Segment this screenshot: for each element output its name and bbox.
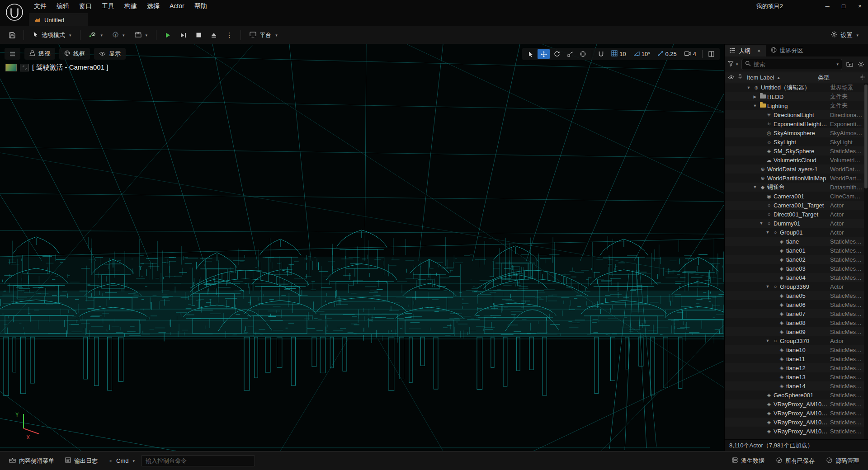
outliner-row[interactable]: ◈SM_SkySphereStaticMeshActor <box>725 146 868 155</box>
outliner-row[interactable]: ◉Camera001CineCameraActor <box>725 192 868 201</box>
grid-snap-button[interactable]: 10 <box>608 50 629 58</box>
pilot-expand-button[interactable] <box>20 64 29 71</box>
scale-snap-button[interactable]: 0.25 <box>654 51 679 58</box>
surface-snap-button[interactable] <box>595 49 607 59</box>
outliner-row[interactable]: ▼○Group3369Actor <box>725 282 868 291</box>
world-space-toggle[interactable] <box>577 49 589 59</box>
menu-item[interactable]: Actor <box>165 0 189 12</box>
outliner-row[interactable]: ⊕WorldPartitionMiniMapWorldPartitionMini… <box>725 174 868 183</box>
play-button[interactable] <box>161 29 175 42</box>
add-actor-button[interactable]: ▾ <box>85 28 107 42</box>
chevron-down-icon[interactable]: ▾ <box>837 62 839 66</box>
outliner-row[interactable]: ◈tiane03StaticMeshActor <box>725 264 868 273</box>
outliner-row[interactable]: ◈tiane12StaticMeshActor <box>725 363 868 372</box>
outliner-row[interactable]: ◈VRayProxy_AM106...StaticMeshActor <box>725 418 868 427</box>
move-tool-button[interactable] <box>538 49 550 59</box>
expand-arrow-icon[interactable]: ▼ <box>745 85 752 90</box>
column-settings-icon[interactable] <box>860 74 865 81</box>
derived-data-button[interactable]: 派生数据 <box>727 454 769 468</box>
expand-arrow-icon[interactable]: ▼ <box>758 221 764 226</box>
pin-column-icon[interactable] <box>738 74 742 81</box>
platforms-dropdown[interactable]: 平台 ▾ <box>245 28 282 42</box>
eject-button[interactable] <box>207 29 221 42</box>
asset-tab-untitled[interactable]: Untitled <box>29 14 88 26</box>
outliner-row[interactable]: ▼○Dummy01Actor <box>725 219 868 228</box>
outliner-row[interactable]: ◈tiane06StaticMeshActor <box>725 300 868 309</box>
outliner-row[interactable]: ▶HLOD文件夹 <box>725 92 868 101</box>
tab-outliner[interactable]: 大纲 × <box>725 45 766 56</box>
output-log-button[interactable]: 输出日志 <box>61 454 102 468</box>
outliner-row[interactable]: ◈tiane09StaticMeshActor <box>725 327 868 336</box>
show-flags-button[interactable]: 显示 <box>94 48 126 60</box>
viewport-canvas[interactable]: YX 透视 线框 <box>0 44 724 451</box>
menu-item[interactable]: 帮助 <box>189 0 212 12</box>
menu-item[interactable]: 工具 <box>97 0 119 12</box>
outliner-scrollbar[interactable] <box>864 83 868 439</box>
outliner-row[interactable]: ▼◆铜雀台DatasmithSceneActor <box>725 183 868 192</box>
outliner-row[interactable]: ☼SkyLightSkyLight <box>725 137 868 146</box>
camera-speed-button[interactable]: 4 <box>681 51 699 57</box>
menu-item[interactable]: 编辑 <box>52 0 74 12</box>
expand-arrow-icon[interactable]: ▼ <box>764 284 771 289</box>
minimize-button[interactable]: ─ <box>819 0 835 12</box>
pilot-camera-preview[interactable] <box>5 64 17 71</box>
tab-world-partition[interactable]: 世界分区 <box>766 45 808 56</box>
perspective-button[interactable]: 透视 <box>24 48 55 60</box>
outliner-row[interactable]: ▼Lighting文件夹 <box>725 101 868 110</box>
outliner-row[interactable]: ⊕WorldDataLayers-1WorldDataLayers <box>725 164 868 174</box>
stop-button[interactable] <box>192 29 205 42</box>
maximize-button[interactable]: □ <box>835 0 852 12</box>
settings-dropdown[interactable]: 设置 ▾ <box>827 28 863 42</box>
selection-mode-dropdown[interactable]: 选项模式 ▾ <box>28 28 75 42</box>
play-options-kebab[interactable]: ⋮ <box>222 29 236 42</box>
select-tool-button[interactable] <box>524 49 537 59</box>
scrollbar-thumb[interactable] <box>864 85 868 188</box>
outliner-row[interactable]: ○Camera001_TargetActor <box>725 201 868 210</box>
outliner-row[interactable]: ◈VRayProxy_AM106...StaticMeshActor <box>725 427 868 436</box>
cmd-dropdown[interactable]: ＞ Cmd ▾ <box>104 454 139 467</box>
rotation-snap-button[interactable]: 10° <box>630 51 654 57</box>
outliner-row[interactable]: ◈tiane10StaticMeshActor <box>725 345 868 354</box>
expand-arrow-icon[interactable]: ▼ <box>764 230 771 235</box>
rotate-tool-button[interactable] <box>551 49 563 59</box>
frame-skip-button[interactable] <box>176 29 190 42</box>
expand-arrow-icon[interactable]: ▼ <box>752 103 758 108</box>
outliner-row[interactable]: ▼○Group01Actor <box>725 228 868 237</box>
filter-button[interactable]: ▾ <box>728 61 738 68</box>
menu-item[interactable]: 文件 <box>29 0 52 12</box>
menu-item[interactable]: 窗口 <box>74 0 97 12</box>
console-command-input[interactable] <box>141 455 255 466</box>
outliner-row[interactable]: ○Direct001_TargetActor <box>725 210 868 219</box>
outliner-row[interactable]: ◈tiane13StaticMeshActor <box>725 372 868 381</box>
viewport-menu-button[interactable] <box>5 48 20 60</box>
outliner-row[interactable]: ◈tiane14StaticMeshActor <box>725 381 868 390</box>
outliner-row[interactable]: ▼○Group3370Actor <box>725 336 868 345</box>
source-control-button[interactable]: 源码管理 <box>822 454 863 468</box>
outliner-row[interactable]: ≋ExponentialHeightFogExponentialHeightFo… <box>725 119 868 128</box>
expand-arrow-icon[interactable]: ▼ <box>764 338 771 343</box>
outliner-row[interactable]: ◈tiane11StaticMeshActor <box>725 354 868 363</box>
blueprints-button[interactable]: f ▾ <box>108 29 129 42</box>
outliner-row[interactable]: ◈GeoSphere001StaticMeshActor <box>725 390 868 400</box>
menu-item[interactable]: 构建 <box>119 0 142 12</box>
maximize-viewport-button[interactable] <box>705 49 717 59</box>
all-saved-button[interactable]: 所有已保存 <box>772 454 819 468</box>
cinematics-button[interactable]: ▾ <box>131 29 152 42</box>
outliner-row[interactable]: ◈VRayProxy_AM106...StaticMeshActor <box>725 400 868 409</box>
content-drawer-button[interactable]: 内容侧滑菜单 <box>5 454 59 468</box>
close-icon[interactable]: × <box>757 47 761 54</box>
outliner-row[interactable]: ◈tiane02StaticMeshActor <box>725 255 868 264</box>
close-button[interactable]: × <box>852 0 868 12</box>
outliner-row[interactable]: ☀DirectionalLightDirectionalLight <box>725 110 868 119</box>
outliner-row[interactable]: ◈tiane04StaticMeshActor <box>725 273 868 282</box>
outliner-row[interactable]: ◈tiane05StaticMeshActor <box>725 291 868 300</box>
outliner-row[interactable]: ◈tiane07StaticMeshActor <box>725 309 868 318</box>
save-button[interactable] <box>5 29 19 42</box>
expand-arrow-icon[interactable]: ▼ <box>752 185 758 189</box>
menu-item[interactable]: 选择 <box>142 0 165 12</box>
outliner-row[interactable]: ◈tiane08StaticMeshActor <box>725 318 868 327</box>
search-input[interactable] <box>754 61 833 68</box>
column-item-label[interactable]: Item Label ▲ <box>747 74 781 81</box>
visibility-column-icon[interactable] <box>728 74 735 81</box>
outliner-settings-button[interactable] <box>857 60 865 69</box>
